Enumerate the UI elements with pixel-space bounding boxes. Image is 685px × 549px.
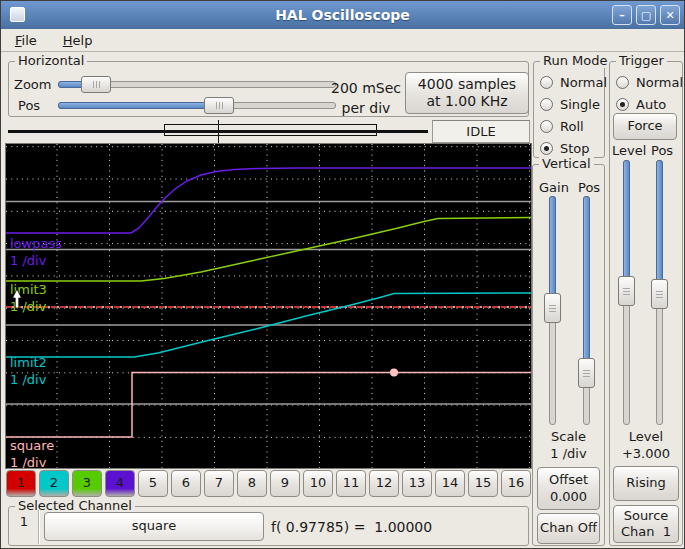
offset-button[interactable]: Offset 0.000	[537, 467, 600, 510]
trigger-options: NormalAuto	[610, 71, 682, 115]
vertical-pos-thumb[interactable]	[578, 358, 595, 388]
maximize-button[interactable]: ▢	[636, 5, 656, 25]
trigger-level-thumb[interactable]	[618, 276, 635, 306]
channel-button-1[interactable]: 1	[6, 470, 36, 497]
trigger-mode-auto[interactable]: Auto	[610, 93, 682, 115]
channel-button-14[interactable]: 14	[435, 470, 465, 497]
trigger-pos-slider[interactable]	[651, 160, 668, 425]
channel-button-13[interactable]: 13	[402, 470, 432, 497]
selected-channel-source-button[interactable]: square	[44, 512, 264, 541]
channel-button-9[interactable]: 9	[270, 470, 300, 497]
channel-button-7[interactable]: 7	[204, 470, 234, 497]
cursor-value-readout: f( 0.97785) = 1.00000	[271, 519, 432, 535]
menu-help[interactable]: Help	[59, 31, 97, 50]
run-mode-normal-radio[interactable]	[540, 76, 553, 89]
trigger-pos-thumb[interactable]	[651, 279, 668, 309]
vertical-gain-slider[interactable]	[544, 196, 561, 425]
channel-button-8[interactable]: 8	[237, 470, 267, 497]
titlebar[interactable]: HAL Oscilloscope –▢✕	[1, 1, 684, 29]
vertical-gain-fill	[549, 196, 556, 308]
channel-button-3[interactable]: 3	[72, 470, 102, 497]
status-text: IDLE	[466, 124, 495, 139]
timebase-unit: per div	[331, 98, 401, 118]
menubar: File Help	[1, 29, 684, 52]
horizontal-zoom-slider[interactable]	[58, 76, 336, 93]
trace-scale-square: 1 /div	[10, 455, 47, 468]
channel-button-6[interactable]: 6	[171, 470, 201, 497]
pos-slider-label: Pos	[18, 98, 40, 113]
run-mode-normal-label: Normal	[560, 75, 607, 90]
scope-display[interactable]: lowpass1 /divlimit31 /divlimit21 /divsqu…	[5, 143, 532, 469]
force-button-label: Force	[627, 118, 662, 134]
vertical-scale-label: Scale	[532, 429, 605, 446]
run-mode-single-radio[interactable]	[540, 98, 553, 111]
trigger-level-slider-label: Level	[612, 143, 646, 158]
menu-file[interactable]: File	[11, 31, 41, 50]
close-button[interactable]: ✕	[660, 5, 680, 25]
trigger-level-readout-label: Level	[609, 429, 683, 446]
run-mode-normal[interactable]: Normal	[534, 71, 604, 93]
run-mode-roll-radio[interactable]	[540, 120, 553, 133]
selected-channel-source-name: square	[132, 518, 176, 534]
vertical-frame-label: Vertical	[539, 156, 594, 171]
channel-button-5[interactable]: 5	[138, 470, 168, 497]
trace-scale-lowpass: 1 /div	[10, 253, 47, 268]
record-view-window[interactable]	[164, 124, 377, 136]
channel-buttons: 12345678910111213141516	[6, 470, 531, 497]
trace-label-limit2: limit2	[10, 355, 47, 370]
trigger-mode-auto-label: Auto	[636, 97, 666, 112]
trigger-source-label: Source	[624, 508, 669, 524]
channel-button-16[interactable]: 16	[501, 470, 531, 497]
run-mode-single-label: Single	[560, 97, 600, 112]
timebase-value: 200 mSec	[331, 78, 401, 98]
window-controls: –▢✕	[612, 5, 680, 25]
chan-off-label: Chan Off	[540, 520, 597, 536]
zoom-slider-label: Zoom	[14, 77, 51, 92]
samples-count: 4000 samples	[418, 76, 516, 94]
scope-canvas[interactable]: lowpass1 /divlimit31 /divlimit21 /divsqu…	[6, 144, 531, 468]
trigger-mode-auto-radio[interactable]	[616, 98, 629, 111]
vertical-gain-thumb[interactable]	[544, 293, 561, 323]
run-mode-stop-label: Stop	[560, 141, 590, 156]
channel-button-11[interactable]: 11	[336, 470, 366, 497]
trigger-source-button[interactable]: Source Chan 1	[613, 505, 679, 543]
channel-button-12[interactable]: 12	[369, 470, 399, 497]
run-mode-frame: Run Mode NormalSingleRollStop	[533, 61, 605, 158]
vertical-pos-slider[interactable]	[578, 196, 595, 425]
app-window: HAL Oscilloscope –▢✕ File Help Horizonta…	[0, 0, 685, 549]
trigger-mode-normal[interactable]: Normal	[610, 71, 682, 93]
channel-button-15[interactable]: 15	[468, 470, 498, 497]
vertical-pos-slider-label: Pos	[578, 180, 600, 195]
trigger-level-slider[interactable]	[618, 160, 635, 425]
channel-button-2[interactable]: 2	[39, 470, 69, 497]
trigger-mode-normal-radio[interactable]	[616, 76, 629, 89]
channel-button-10[interactable]: 10	[303, 470, 333, 497]
gain-slider-label: Gain	[539, 180, 569, 195]
trigger-frame-label: Trigger	[616, 53, 667, 68]
samples-button[interactable]: 4000 samples at 1.00 KHz	[405, 72, 529, 114]
trigger-point-marker	[390, 369, 398, 377]
chan-off-button[interactable]: Chan Off	[537, 513, 600, 544]
run-mode-roll-label: Roll	[560, 119, 584, 134]
run-mode-single[interactable]: Single	[534, 93, 604, 115]
channel-button-4[interactable]: 4	[105, 470, 135, 497]
trace-label-lowpass: lowpass	[10, 236, 62, 251]
selected-channel-frame-label: Selected Channel	[15, 498, 135, 513]
timebase-readout: 200 mSec per div	[331, 78, 401, 119]
vertical-scale-value: 1 /div	[532, 446, 605, 463]
trigger-edge-button[interactable]: Rising	[613, 466, 679, 501]
acquisition-status: IDLE	[432, 120, 530, 143]
selected-channel-number: 1	[13, 514, 35, 529]
selected-channel-divider	[38, 510, 39, 544]
force-button[interactable]: Force	[613, 113, 677, 140]
run-mode-roll[interactable]: Roll	[534, 115, 604, 137]
pos-slider-thumb[interactable]	[204, 97, 234, 114]
horizontal-pos-slider[interactable]	[58, 97, 336, 114]
offset-button-value: 0.000	[550, 489, 587, 505]
trace-label-square: square	[10, 438, 54, 453]
minimize-button[interactable]: –	[612, 5, 632, 25]
run-mode-stop-radio[interactable]	[540, 142, 553, 155]
pos-slider-fill	[58, 102, 219, 109]
trigger-level-readout-value: +3.000	[609, 446, 683, 463]
zoom-slider-thumb[interactable]	[81, 76, 111, 93]
